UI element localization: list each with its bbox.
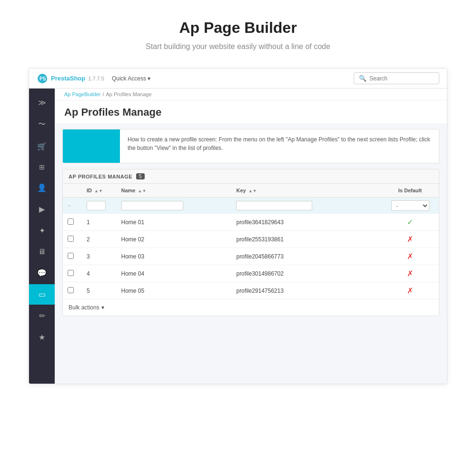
svg-text:PS: PS	[40, 76, 46, 81]
row-checkbox-cell	[63, 282, 82, 299]
analytics-icon: 〜	[38, 119, 46, 129]
filter-id-col	[82, 198, 117, 214]
row-checkbox[interactable]	[68, 253, 74, 259]
col-is-default: Is Default	[381, 184, 439, 198]
screenshot-frame: PS PrestaShop 1.7.7.5 Quick Access ▾ 🔍 ≫…	[29, 68, 447, 384]
row-checkbox[interactable]	[68, 270, 74, 276]
search-input[interactable]	[369, 75, 434, 82]
row-checkbox[interactable]	[68, 287, 74, 293]
sidebar-item-star[interactable]: ★	[29, 327, 55, 347]
star-icon: ★	[39, 333, 45, 342]
profiles-table: ID ▲▼ Name ▲▼ Key ▲▼ Is Default	[63, 184, 439, 299]
row-checkbox-cell	[63, 214, 82, 231]
quick-access-button[interactable]: Quick Access ▾	[112, 75, 150, 82]
info-box: How to create a new profile screen: From…	[62, 129, 439, 163]
row-name: Home 03	[117, 248, 232, 265]
version-text: 1.7.7.5	[88, 76, 104, 81]
table-header-bar: AP PROFILES MANAGE 5	[63, 169, 439, 184]
breadcrumb: Ap PageBuilder / Ap Profiles Manage	[55, 89, 447, 100]
row-id: 4	[82, 265, 117, 282]
row-checkbox[interactable]	[68, 218, 74, 225]
filter-key-input[interactable]	[236, 201, 312, 210]
row-id: 3	[82, 248, 117, 265]
row-id: 5	[82, 282, 117, 299]
shipping-icon: 💬	[37, 268, 47, 278]
filter-name-input[interactable]	[121, 201, 183, 210]
row-key: profile3014986702	[231, 265, 381, 282]
breadcrumb-separator: /	[102, 91, 104, 97]
row-is-default: ✓	[381, 214, 439, 231]
filter-key-col	[231, 198, 381, 214]
check-false-icon: ✗	[407, 287, 413, 295]
key-sort-icon[interactable]: ▲▼	[248, 188, 257, 193]
content-area: Ap PageBuilder / Ap Profiles Manage Ap P…	[55, 89, 447, 384]
row-is-default: ✗	[381, 231, 439, 248]
row-is-default: ✗	[381, 265, 439, 282]
row-checkbox-cell	[63, 231, 82, 248]
logo-area: PS PrestaShop 1.7.7.5	[37, 73, 104, 84]
table-row: 5 Home 05 profile2914756213 ✗	[63, 282, 439, 299]
sidebar-item-orders[interactable]: 🛒	[29, 136, 55, 157]
row-checkbox[interactable]	[68, 236, 74, 242]
row-is-default: ✗	[381, 248, 439, 265]
prestashop-logo-icon: PS	[37, 73, 48, 84]
customers-icon: 👤	[37, 183, 47, 192]
page-main-title: Ap Page Builder	[179, 19, 297, 37]
table-section-title: AP PROFILES MANAGE	[69, 174, 132, 179]
sidebar-toggle[interactable]: ≫	[29, 92, 55, 113]
col-name: Name ▲▼	[117, 184, 232, 198]
search-icon: 🔍	[359, 75, 367, 82]
breadcrumb-parent[interactable]: Ap PageBuilder	[64, 91, 100, 97]
row-key: profile2914756213	[231, 282, 381, 299]
check-false-icon: ✗	[407, 269, 413, 278]
sidebar-item-pages[interactable]: ▭	[29, 284, 55, 305]
filter-row: −	[63, 198, 439, 214]
pages-icon: ▭	[39, 290, 46, 299]
table-row: 2 Home 02 profile2553193861 ✗	[63, 231, 439, 248]
sidebar-item-modules[interactable]: ✦	[29, 220, 55, 241]
sidebar-item-catalog[interactable]: ⊞	[29, 158, 55, 177]
search-bar[interactable]: 🔍	[354, 72, 439, 84]
sidebar-item-payment[interactable]: ▶	[29, 199, 55, 219]
catalog-icon: ⊞	[39, 163, 45, 171]
page-title: Ap Profiles Manage	[64, 106, 437, 119]
modules-icon: ✦	[39, 226, 45, 235]
table-row: 1 Home 01 profile3641829643 ✓	[63, 214, 439, 231]
chevron-down-icon: ▾	[148, 75, 150, 82]
sidebar-item-design[interactable]: 🖥	[29, 242, 55, 262]
bulk-actions-button[interactable]: Bulk actions ▾	[63, 299, 439, 316]
row-is-default: ✗	[381, 282, 439, 299]
design-icon: 🖥	[38, 248, 46, 256]
row-id: 1	[82, 214, 117, 231]
filter-default-col: - Yes No	[381, 198, 439, 214]
filter-id-input[interactable]	[87, 201, 106, 210]
table-row: 3 Home 03 profile2045866773 ✗	[63, 248, 439, 265]
row-key: profile2553193861	[231, 231, 381, 248]
col-checkbox	[63, 184, 82, 198]
col-id: ID ▲▼	[82, 184, 117, 198]
page-header: Ap Profiles Manage	[55, 100, 447, 123]
sidebar-item-shipping[interactable]: 💬	[29, 263, 55, 283]
info-box-image	[63, 129, 120, 163]
filter-default-select[interactable]: - Yes No	[391, 200, 429, 211]
table-count-badge: 5	[136, 173, 145, 179]
name-sort-icon[interactable]: ▲▼	[138, 188, 147, 193]
collapse-icon: ≫	[38, 98, 46, 107]
filter-checkbox-col: −	[63, 198, 82, 214]
sidebar-item-customers[interactable]: 👤	[29, 178, 55, 198]
row-id: 2	[82, 231, 117, 248]
orders-icon: 🛒	[37, 142, 47, 151]
row-name: Home 05	[117, 282, 232, 299]
row-key: profile2045866773	[231, 248, 381, 265]
table-section: AP PROFILES MANAGE 5 ID ▲▼ Name	[62, 169, 439, 316]
col-key: Key ▲▼	[231, 184, 381, 198]
check-false-icon: ✗	[407, 252, 413, 260]
id-sort-icon[interactable]: ▲▼	[94, 188, 103, 193]
sidebar-item-analytics[interactable]: 〜	[29, 114, 55, 135]
edit-icon: ✏	[39, 311, 45, 320]
sidebar: ≫ 〜 🛒 ⊞ 👤 ▶ ✦ 🖥 💬	[29, 89, 55, 384]
row-name: Home 04	[117, 265, 232, 282]
table-header-row: ID ▲▼ Name ▲▼ Key ▲▼ Is Default	[63, 184, 439, 198]
logo-text: PrestaShop	[51, 75, 85, 82]
sidebar-item-edit[interactable]: ✏	[29, 306, 55, 326]
